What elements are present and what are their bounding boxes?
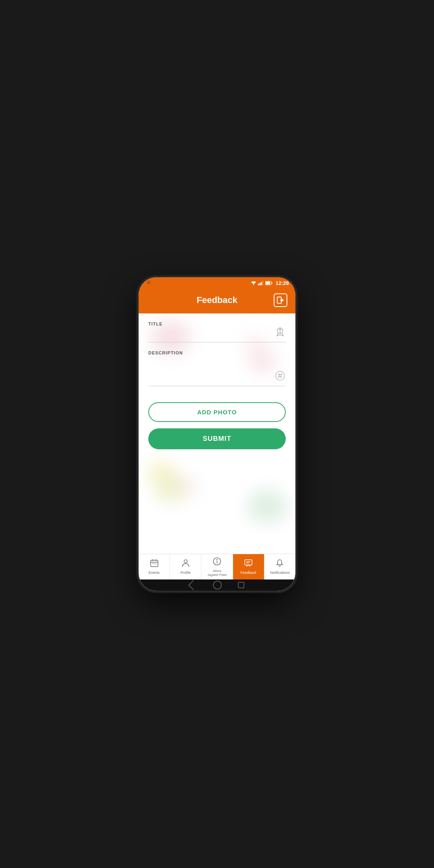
profile-label: Profile (180, 571, 191, 575)
blob-4 (143, 458, 179, 486)
nav-item-about[interactable]: AboutJagdish Patel (201, 554, 233, 579)
status-time: 12:26 (276, 280, 289, 286)
svg-rect-0 (258, 284, 259, 285)
logout-icon (277, 297, 284, 304)
title-field-container: TITLE (148, 321, 286, 342)
phone-frame: ⚡ 12:26 Feedback (139, 277, 295, 591)
svg-rect-5 (271, 282, 272, 284)
notch (147, 280, 151, 285)
app-header: Feedback (139, 289, 295, 313)
about-label: AboutJagdish Patel (207, 569, 227, 577)
svg-rect-27 (245, 560, 252, 565)
svg-rect-3 (262, 281, 263, 285)
svg-point-23 (184, 560, 187, 563)
notifications-icon (275, 559, 284, 569)
svg-rect-1 (259, 283, 260, 285)
recents-button[interactable] (238, 582, 244, 588)
phone-screen: ⚡ 12:26 Feedback (139, 277, 295, 591)
button-area: ADD PHOTO SUBMIT (139, 402, 295, 449)
svg-point-26 (217, 559, 217, 560)
title-input[interactable] (148, 329, 286, 342)
notifications-label: Notifications (270, 571, 290, 575)
svg-line-14 (279, 373, 279, 378)
profile-icon (181, 559, 190, 569)
description-row (148, 358, 286, 386)
nav-item-events[interactable]: Events (139, 554, 170, 579)
page-title: Feedback (160, 295, 274, 305)
nav-item-profile[interactable]: Profile (170, 554, 201, 579)
signal-icon (258, 281, 264, 285)
description-field-container: DESCRIPTION (148, 350, 286, 386)
blob-7 (171, 474, 203, 498)
award-icon (274, 326, 286, 340)
svg-rect-2 (261, 282, 262, 285)
title-label: TITLE (148, 321, 286, 326)
battery-icon: ⚡ (265, 281, 272, 285)
svg-rect-16 (151, 560, 158, 567)
blob-5 (151, 470, 191, 506)
about-icon (213, 557, 221, 568)
description-input[interactable] (148, 358, 286, 386)
back-button[interactable] (188, 580, 198, 590)
events-label: Events (149, 571, 160, 575)
status-icons: ⚡ 12:26 (251, 280, 289, 286)
hashtag-chat-icon (274, 370, 286, 384)
title-row (148, 329, 286, 342)
svg-line-15 (281, 373, 281, 378)
nav-item-feedback[interactable]: Feedback (233, 554, 264, 579)
feedback-form: TITLE (139, 313, 295, 402)
description-label: DESCRIPTION (148, 350, 286, 355)
svg-point-11 (276, 371, 285, 380)
feedback-nav-label: Feedback (240, 571, 256, 575)
logout-button[interactable] (274, 293, 287, 307)
nav-item-notifications[interactable]: Notifications (264, 554, 295, 579)
home-button[interactable] (213, 581, 222, 590)
wifi-icon (251, 281, 256, 285)
blob-6 (243, 486, 291, 526)
feedback-icon (244, 559, 253, 569)
add-photo-button[interactable]: ADD PHOTO (148, 402, 286, 422)
home-indicator (139, 579, 295, 591)
camera-dot (147, 280, 151, 285)
svg-text:⚡: ⚡ (266, 282, 270, 285)
submit-button[interactable]: SUBMIT (148, 428, 286, 449)
bottom-navigation: Events Profile (139, 554, 295, 579)
main-content: TITLE (139, 313, 295, 554)
events-icon (150, 559, 159, 569)
status-bar: ⚡ 12:26 (139, 277, 295, 289)
